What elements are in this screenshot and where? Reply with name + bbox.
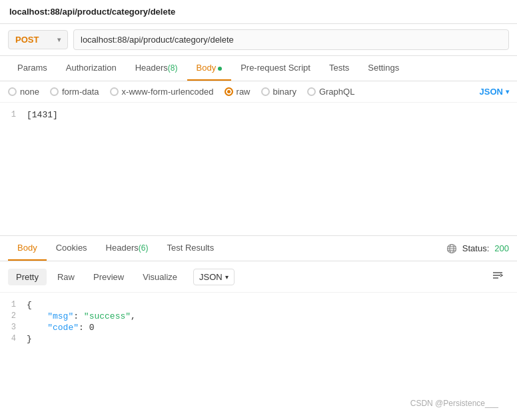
option-binary[interactable]: binary bbox=[261, 87, 296, 97]
line-content-1: [1431] bbox=[27, 110, 58, 120]
globe-icon bbox=[446, 243, 457, 254]
response-line-2: 2 "msg": "success", bbox=[0, 311, 517, 322]
option-graphql[interactable]: GraphQL bbox=[307, 87, 354, 97]
json-type-selector[interactable]: JSON ▾ bbox=[480, 87, 509, 97]
tab-headers[interactable]: Headers(8) bbox=[126, 56, 187, 81]
format-tab-pretty[interactable]: Pretty bbox=[8, 269, 47, 285]
method-chevron-icon: ▾ bbox=[57, 36, 61, 43]
radio-graphql-icon bbox=[307, 87, 316, 96]
top-bar: localhost:88/api/product/category/delete bbox=[0, 0, 517, 24]
option-urlencoded[interactable]: x-www-form-urlencoded bbox=[110, 87, 214, 97]
response-key-code: "code" bbox=[47, 323, 79, 333]
status-label: Status: bbox=[462, 243, 489, 253]
response-line-3: 3 "code": 0 bbox=[0, 322, 517, 333]
option-form-data[interactable]: form-data bbox=[50, 87, 99, 97]
response-line-content-3: "code": 0 bbox=[27, 323, 94, 333]
response-line-content-1: { bbox=[27, 300, 32, 310]
app-container: localhost:88/api/product/category/delete… bbox=[0, 0, 517, 420]
response-line-1: 1 { bbox=[0, 299, 517, 311]
radio-binary-icon bbox=[261, 87, 270, 96]
response-key-msg: "msg" bbox=[47, 311, 73, 321]
tab-authorization[interactable]: Authorization bbox=[57, 56, 126, 81]
response-line-num-2: 2 bbox=[0, 311, 27, 321]
response-value-code: 0 bbox=[89, 323, 95, 333]
tab-params[interactable]: Params bbox=[8, 56, 57, 81]
status-code: 200 bbox=[494, 243, 509, 253]
response-value-msg: "success" bbox=[84, 311, 131, 321]
format-tab-visualize[interactable]: Visualize bbox=[135, 269, 185, 285]
tab-body[interactable]: Body bbox=[187, 56, 232, 81]
wrap-lines-icon[interactable] bbox=[486, 267, 509, 287]
url-input[interactable] bbox=[73, 29, 509, 50]
format-tab-raw[interactable]: Raw bbox=[49, 269, 83, 285]
tab-tests[interactable]: Tests bbox=[320, 56, 358, 81]
response-line-num-1: 1 bbox=[0, 300, 27, 309]
response-line-content-4: } bbox=[27, 334, 32, 344]
top-bar-url: localhost:88/api/product/category/delete bbox=[9, 7, 175, 17]
body-options-row: none form-data x-www-form-urlencoded raw… bbox=[0, 81, 517, 103]
response-line-4: 4 } bbox=[0, 333, 517, 345]
option-raw[interactable]: raw bbox=[225, 87, 251, 97]
response-tab-test-results[interactable]: Test Results bbox=[157, 236, 223, 261]
response-format-row: Pretty Raw Preview Visualize JSON ▾ bbox=[0, 261, 517, 293]
tab-settings[interactable]: Settings bbox=[358, 56, 408, 81]
json-chevron-icon: ▾ bbox=[506, 88, 509, 95]
option-none[interactable]: none bbox=[8, 87, 39, 97]
response-json-chevron-icon: ▾ bbox=[225, 273, 229, 281]
response-tab-body[interactable]: Body bbox=[8, 236, 47, 261]
format-tab-preview[interactable]: Preview bbox=[85, 269, 132, 285]
watermark: CSDN @Persistence___ bbox=[401, 393, 508, 413]
response-line-num-3: 3 bbox=[0, 323, 27, 332]
editor-line-1: 1 [1431] bbox=[0, 109, 517, 121]
line-number-1: 1 bbox=[0, 110, 27, 119]
method-label: POST bbox=[15, 35, 39, 45]
radio-urlencoded-icon bbox=[110, 87, 119, 96]
response-tabs-row: Body Cookies Headers(6) Test Results Sta… bbox=[0, 236, 517, 261]
response-line-content-2: "msg": "success", bbox=[27, 311, 136, 321]
method-select[interactable]: POST ▾ bbox=[8, 30, 68, 49]
radio-none-icon bbox=[8, 87, 17, 96]
response-json-selector[interactable]: JSON ▾ bbox=[193, 269, 235, 285]
status-area: Status: 200 bbox=[446, 243, 509, 254]
response-body: 1 { 2 "msg": "success", 3 "code": 0 4 } bbox=[0, 293, 517, 351]
tab-prerequest[interactable]: Pre-request Script bbox=[231, 56, 320, 81]
response-tab-cookies[interactable]: Cookies bbox=[47, 236, 97, 261]
body-dot bbox=[218, 67, 222, 71]
radio-raw-icon bbox=[225, 87, 233, 96]
response-line-num-4: 4 bbox=[0, 334, 27, 343]
request-row: POST ▾ bbox=[0, 24, 517, 56]
request-tabs: Params Authorization Headers(8) Body Pre… bbox=[0, 56, 517, 81]
radio-formdata-icon bbox=[50, 87, 59, 96]
response-tab-headers[interactable]: Headers(6) bbox=[97, 236, 158, 261]
request-body-editor[interactable]: 1 [1431] bbox=[0, 103, 517, 236]
